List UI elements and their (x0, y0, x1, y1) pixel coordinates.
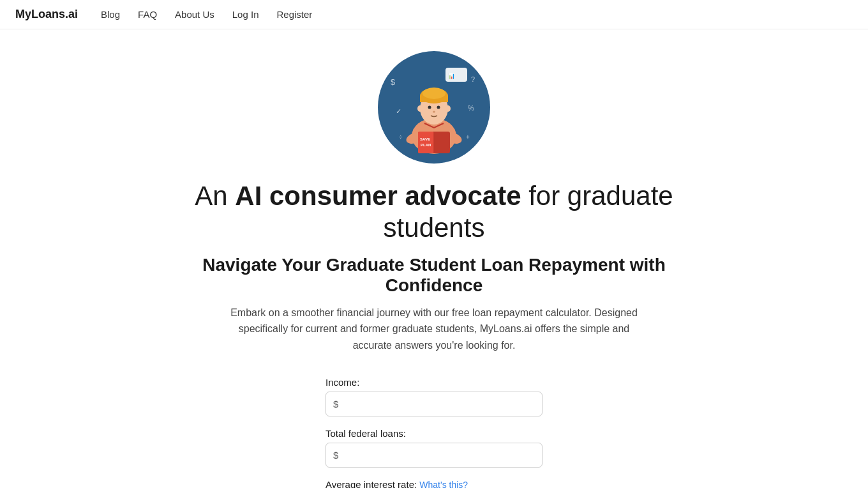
svg-point-24 (417, 105, 423, 112)
svg-rect-13 (418, 132, 434, 153)
nav-faq[interactable]: FAQ (138, 9, 157, 20)
federal-loans-input[interactable] (326, 443, 542, 468)
income-input-wrapper: $ (326, 392, 542, 416)
svg-text:📊: 📊 (448, 72, 456, 80)
svg-point-23 (433, 111, 435, 113)
nav-brand[interactable]: MyLoans.ai (15, 8, 78, 21)
headline-prefix: An (195, 181, 235, 211)
svg-text:?: ? (471, 75, 475, 83)
nav-login[interactable]: Log In (232, 9, 259, 20)
headline-bold: AI consumer advocate (235, 181, 521, 211)
federal-loans-label: Total federal loans: (326, 428, 542, 439)
nav-register[interactable]: Register (277, 9, 313, 20)
svg-text:+: + (466, 133, 470, 141)
interest-rate-label: Average interest rate: What's this? (326, 479, 542, 488)
income-input[interactable] (326, 392, 542, 416)
svg-text:SAVE: SAVE (420, 137, 430, 141)
svg-point-22 (437, 106, 440, 109)
federal-loans-group: Total federal loans: $ (326, 428, 542, 468)
navbar: MyLoans.ai Blog FAQ About Us Log In Regi… (0, 0, 868, 29)
income-group: Income: $ (326, 377, 542, 416)
hero-description: Embark on a smoother financial journey w… (223, 305, 645, 354)
svg-point-25 (445, 105, 451, 112)
svg-text:PLAN: PLAN (421, 143, 431, 147)
svg-text:÷: ÷ (399, 133, 403, 141)
svg-text:✓: ✓ (396, 107, 401, 115)
sub-headline: Navigate Your Graduate Student Loan Repa… (179, 255, 689, 296)
hero-illustration: $ ? ✓ % ÷ + 📊 SAVE PLAN (377, 50, 491, 165)
svg-point-20 (423, 88, 445, 99)
loan-calculator-form: Income: $ Total federal loans: $ Average… (326, 377, 542, 488)
federal-loans-input-wrapper: $ (326, 443, 542, 468)
svg-text:$: $ (391, 77, 396, 87)
income-label: Income: (326, 377, 542, 388)
svg-text:%: % (468, 104, 474, 112)
svg-point-21 (428, 106, 431, 109)
interest-rate-group: Average interest rate: What's this? % (326, 479, 542, 488)
main-headline: An AI consumer advocate for graduate stu… (147, 180, 721, 245)
nav-about-us[interactable]: About Us (175, 9, 214, 20)
main-content: $ ? ✓ % ÷ + 📊 SAVE PLAN (0, 29, 868, 488)
nav-blog[interactable]: Blog (101, 9, 120, 20)
interest-rate-whats-this-link[interactable]: What's this? (419, 480, 468, 488)
